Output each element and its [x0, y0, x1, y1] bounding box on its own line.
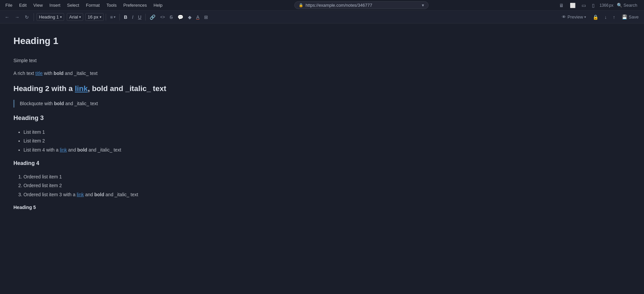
heading-1: Heading 1 [13, 34, 289, 49]
save-icon: 💾 [622, 14, 627, 19]
table-button[interactable]: ⊞ [202, 13, 210, 21]
window-icon[interactable]: ⬜ [568, 1, 577, 9]
code-button[interactable]: <> [158, 13, 167, 21]
font-dropdown-icon: ▾ [79, 15, 81, 19]
preview-button[interactable]: 👁 Preview ▾ [559, 13, 589, 21]
list-item-1: List item 1 [23, 128, 289, 136]
url-text: https://example.com/notes/346777 [305, 3, 372, 8]
blockquote-prefix: Blockquote with [20, 101, 54, 106]
comment-icon: 💬 [178, 14, 183, 20]
ordered-item-2: Ordered list item 2 [23, 182, 289, 189]
rich-text-tail: and _italic_ text [63, 71, 97, 76]
menu-help[interactable]: Help [151, 1, 165, 9]
underline-button[interactable]: U [136, 13, 143, 21]
menu-select[interactable]: Select [64, 1, 82, 9]
menu-insert[interactable]: Insert [47, 1, 63, 9]
size-select[interactable]: 16 px ▾ [85, 13, 104, 21]
px-display: 1366 px [599, 3, 613, 8]
toolbar: ← → ↻ Heading 1 ▾ Arial ▾ 16 px ▾ ≡ ▾ B … [0, 11, 644, 24]
list-item-2: List item 2 [23, 137, 289, 144]
ordered-item3-prefix: Ordered list item 3 with a [23, 192, 77, 197]
rich-text-bold: bold [54, 71, 64, 76]
upload-button[interactable]: ↑ [611, 13, 617, 21]
separator-3 [145, 14, 146, 20]
toolbar-nav: ← → ↻ [3, 13, 34, 21]
list-item3-link[interactable]: link [60, 147, 67, 153]
download-icon: ↓ [604, 14, 607, 20]
url-bar[interactable]: 🔒 https://example.com/notes/346777 ▾ [294, 1, 429, 9]
heading-2: Heading 2 with a link, bold and _italic_… [13, 83, 289, 95]
download-button[interactable]: ↓ [602, 13, 609, 21]
save-label: Save [629, 14, 639, 19]
table-icon: ⊞ [204, 14, 208, 20]
ordered-item3-mid: and [84, 192, 94, 197]
px-unit: px [609, 3, 613, 8]
upload-icon: ↑ [613, 14, 615, 20]
heading-3: Heading 3 [13, 113, 289, 123]
heading-select-label: Heading 1 [39, 14, 59, 19]
rich-text-link[interactable]: title [35, 71, 43, 76]
rich-text-paragraph: A rich text title with bold and _italic_… [13, 70, 289, 77]
h2-prefix: Heading 2 with a [13, 84, 75, 93]
ordered-item3-suffix: and _italic_ text [104, 192, 138, 197]
list-item3-bold: bold [77, 147, 87, 153]
list-item3-mid: and [67, 147, 77, 153]
link-icon: 🔗 [150, 14, 155, 20]
align-button[interactable]: ≡ ▾ [108, 13, 117, 21]
heading-select[interactable]: Heading 1 ▾ [37, 13, 64, 21]
italic-button[interactable]: I [130, 13, 135, 21]
preview-icon: 👁 [562, 14, 566, 19]
highlight-button[interactable]: ◆ [186, 13, 194, 21]
bold-icon: B [124, 14, 127, 20]
ordered-item3-link[interactable]: link [77, 192, 84, 197]
menu-file[interactable]: File [3, 1, 15, 9]
editor-content[interactable]: Heading 1 Simple text A rich text title … [0, 24, 302, 224]
preview-dropdown-icon: ▾ [584, 15, 586, 19]
monitor-icon[interactable]: 🖥 [558, 1, 565, 9]
ordered-item-1: Ordered list item 1 [23, 173, 289, 180]
font-select[interactable]: Arial ▾ [67, 13, 83, 21]
italic-icon: I [132, 14, 133, 20]
highlight-icon: ◆ [188, 14, 192, 20]
blockquote-suffix: and _italic_ text [64, 101, 98, 106]
preview-label: Preview [567, 14, 583, 19]
tab-right-controls: 🖥 ⬜ ▭ ▯ 1366 px 🔍 Search [558, 1, 641, 9]
phone-icon[interactable]: ▯ [591, 1, 596, 9]
font-select-label: Arial [69, 14, 78, 19]
h2-comma: , [88, 84, 92, 93]
search-label: Search [624, 3, 637, 8]
menu-edit[interactable]: Edit [16, 1, 29, 9]
separator-1 [106, 14, 106, 20]
size-dropdown-icon: ▾ [100, 15, 101, 19]
heading-4: Heading 4 [13, 159, 289, 168]
h2-link[interactable]: link [75, 84, 88, 93]
simple-text-paragraph: Simple text [13, 57, 289, 64]
bold-button[interactable]: B [122, 13, 129, 21]
text-color-button[interactable]: A [194, 13, 201, 21]
list-item3-prefix: List item 4 with a [23, 147, 60, 153]
search-icon: 🔍 [617, 3, 622, 8]
search-tab[interactable]: 🔍 Search [617, 3, 637, 8]
separator-2 [119, 14, 120, 20]
save-button[interactable]: 💾 Save [619, 13, 641, 21]
back-button[interactable]: ← [3, 13, 11, 21]
ordered-list: Ordered list item 1 Ordered list item 2 … [13, 173, 289, 198]
tablet-icon[interactable]: ▭ [580, 1, 587, 9]
lock-doc-button[interactable]: 🔒 [591, 13, 600, 21]
menu-tools[interactable]: Tools [104, 1, 119, 9]
menu-view[interactable]: View [31, 1, 45, 9]
link-button[interactable]: 🔗 [148, 13, 157, 21]
url-dropdown-icon[interactable]: ▾ [422, 3, 424, 8]
menu-preferences[interactable]: Preferences [121, 1, 150, 9]
menu-format[interactable]: Format [83, 1, 102, 9]
reload-button[interactable]: ↻ [23, 13, 31, 21]
toolbar-right: 👁 Preview ▾ 🔒 ↓ ↑ 💾 Save [559, 13, 641, 21]
comment-button[interactable]: 💬 [176, 13, 185, 21]
blockquote-bold: bold [54, 101, 64, 106]
size-select-label: 16 px [88, 14, 98, 19]
forward-button[interactable]: → [13, 13, 21, 21]
heading-dropdown-icon: ▾ [60, 15, 62, 19]
rich-text-suffix: with [43, 71, 54, 76]
blockquote: Blockquote with bold and _italic_ text [13, 100, 289, 107]
strikethrough-button[interactable]: S [167, 13, 175, 21]
